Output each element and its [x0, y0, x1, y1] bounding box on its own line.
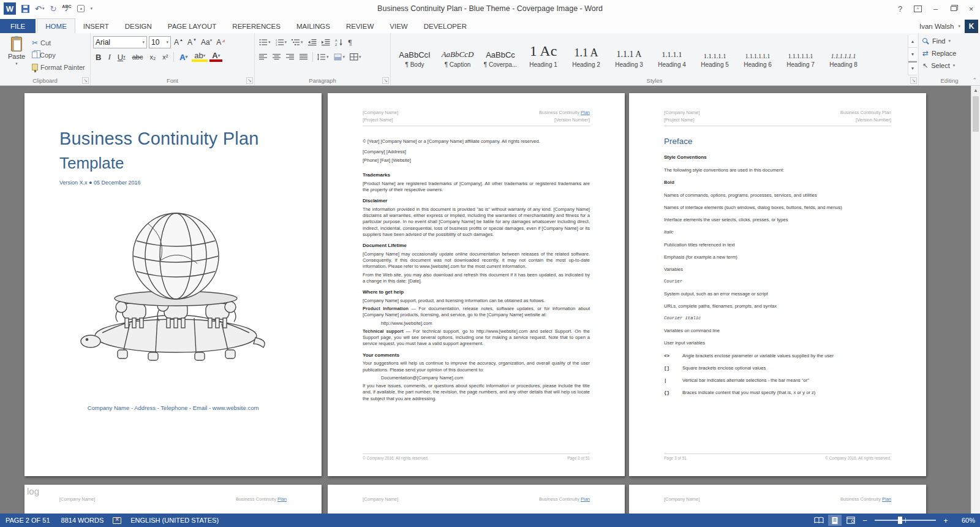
help-button[interactable]: ? [891, 0, 909, 17]
language-indicator[interactable]: ENGLISH (UNITED STATES) [125, 517, 224, 524]
paragraph-dialog-launcher[interactable]: ↘ [382, 77, 389, 84]
web-layout-button[interactable] [844, 515, 858, 526]
style-item-coverpage[interactable]: AaBbCc¶ Coverpa... [479, 35, 522, 75]
increase-indent-button[interactable] [320, 38, 332, 47]
spelling-button[interactable]: ABC✓ [62, 5, 71, 12]
superscript-button[interactable]: x² [160, 53, 170, 61]
align-left-button[interactable] [257, 53, 270, 61]
align-center-button[interactable] [271, 53, 283, 61]
tab-file[interactable]: FILE [0, 19, 36, 33]
collapse-ribbon-button[interactable]: ⌃ [972, 77, 977, 83]
page-4-partial[interactable]: log [Company Name] Business Continuity P… [24, 485, 322, 514]
zoom-slider-thumb[interactable] [898, 517, 902, 524]
numbering-button[interactable]: 123▾ [274, 38, 289, 47]
find-button[interactable]: Find▾ [921, 35, 978, 47]
font-name-combo[interactable]: Arial▾ [93, 36, 147, 48]
minimize-button[interactable]: – [927, 0, 944, 17]
italic-button[interactable]: I [105, 52, 113, 62]
font-color-button[interactable]: A▾ [209, 52, 222, 62]
style-item-heading-3[interactable]: 1.1.1 AHeading 3 [608, 35, 650, 75]
tab-references[interactable]: REFERENCES [224, 19, 288, 33]
style-item-body[interactable]: AaBbCcI¶ Body [393, 35, 436, 75]
read-mode-button[interactable] [812, 515, 826, 526]
tab-home[interactable]: HOME [37, 18, 75, 33]
bullets-button[interactable]: ▾ [257, 38, 273, 47]
justify-button[interactable] [298, 53, 310, 61]
user-name[interactable]: Ivan Walsh [919, 23, 954, 30]
multilevel-list-button[interactable]: ▾ [290, 38, 305, 47]
word-count[interactable]: 8814 WORDS [56, 517, 110, 524]
style-item-caption[interactable]: AaBbCcD¶ Caption [436, 35, 479, 75]
subscript-button[interactable]: x₂ [147, 53, 158, 61]
chevron-down-icon[interactable]: ▾ [15, 61, 18, 66]
style-item-heading-4[interactable]: 1.1.1.1Heading 4 [650, 35, 693, 75]
styles-scroll-down-button[interactable]: ▼ [908, 48, 917, 61]
close-button[interactable]: × [962, 0, 980, 17]
tab-mailings[interactable]: MAILINGS [288, 19, 338, 33]
word-logo-icon[interactable]: W [4, 2, 16, 15]
style-item-heading-7[interactable]: 1.1.1.1.1.1Heading 7 [779, 35, 822, 75]
decrease-indent-button[interactable] [306, 38, 318, 47]
grow-font-button[interactable]: A▲ [173, 38, 184, 47]
undo-button[interactable]: ↶▾ [35, 4, 44, 13]
style-item-heading-1[interactable]: 1 AcHeading 1 [522, 35, 565, 75]
shrink-font-button[interactable]: A▼ [186, 38, 198, 47]
page-5-partial[interactable]: [Company Name] Business Continuity Plan [328, 485, 625, 514]
font-dialog-launcher[interactable]: ↘ [246, 77, 253, 84]
style-item-heading-2[interactable]: 1.1 AHeading 2 [565, 35, 608, 75]
align-right-button[interactable] [284, 53, 296, 61]
vertical-scrollbar[interactable]: ▲ [971, 86, 980, 514]
sort-button[interactable]: AZ [333, 38, 345, 47]
borders-button[interactable]: ▾ [348, 53, 363, 61]
font-size-combo[interactable]: 10▾ [149, 36, 171, 48]
text-effects-button[interactable]: A▾ [177, 53, 190, 62]
styles-dialog-launcher[interactable]: ↘ [910, 77, 917, 84]
save-button[interactable] [21, 5, 29, 13]
change-case-button[interactable]: Aa▾ [200, 38, 213, 47]
strikethrough-button[interactable]: abc [130, 53, 146, 61]
tab-page-layout[interactable]: PAGE LAYOUT [160, 19, 224, 33]
tab-insert[interactable]: INSERT [75, 19, 117, 33]
undo-dropdown-icon[interactable]: ▾ [42, 6, 45, 11]
scroll-up-arrow[interactable]: ▲ [971, 86, 980, 95]
styles-gallery-more-button[interactable]: ▼ [908, 61, 917, 75]
select-button[interactable]: ↖Select▾ [921, 59, 978, 72]
cut-button[interactable]: ✂Cut [31, 37, 86, 48]
shading-button[interactable]: ▾ [332, 53, 347, 61]
format-painter-button[interactable]: Format Painter [31, 62, 86, 72]
scrollbar-thumb[interactable] [973, 96, 979, 132]
tab-review[interactable]: REVIEW [338, 19, 382, 33]
tab-design[interactable]: DESIGN [117, 19, 160, 33]
replace-button[interactable]: ⇄Replace [921, 47, 978, 59]
touch-mode-button[interactable] [77, 5, 85, 12]
styles-scroll-up-button[interactable]: ▲ [908, 35, 917, 48]
tab-developer[interactable]: DEVELOPER [416, 19, 475, 33]
print-layout-button[interactable] [828, 515, 842, 526]
header-doc-title-link[interactable]: Plan [581, 110, 590, 115]
line-spacing-button[interactable]: ▾ [315, 53, 331, 61]
style-item-heading-6[interactable]: 1.1.1.1.1.1Heading 6 [736, 35, 779, 75]
zoom-out-button[interactable]: − [860, 516, 870, 525]
page-1-cover[interactable]: Business Continuity Plan Template Versio… [24, 93, 322, 476]
page-2[interactable]: [Company Name] [Project Name] Business C… [328, 93, 625, 476]
copy-button[interactable]: Copy [31, 50, 86, 60]
clipboard-dialog-launcher[interactable]: ↘ [82, 77, 89, 84]
restore-button[interactable] [944, 0, 962, 17]
zoom-in-button[interactable]: + [941, 516, 951, 525]
page-indicator[interactable]: PAGE 2 OF 51 [0, 517, 56, 524]
highlight-color-button[interactable]: ab▾ [192, 52, 208, 62]
paste-button[interactable]: Paste ▾ [2, 35, 31, 75]
proofing-errors-icon[interactable] [113, 517, 121, 524]
zoom-level[interactable]: 60% [953, 517, 975, 524]
zoom-slider[interactable] [875, 520, 936, 521]
clear-formatting-button[interactable]: A◢ [215, 38, 226, 47]
ribbon-display-options-button[interactable]: ^ [909, 0, 927, 17]
page-3[interactable]: [Company Name] [Project Name] Business C… [629, 93, 926, 476]
user-avatar[interactable]: K [965, 20, 978, 33]
show-formatting-marks-button[interactable]: ¶ [347, 37, 354, 48]
bold-button[interactable]: B [93, 53, 104, 62]
tab-view[interactable]: VIEW [382, 19, 415, 33]
qat-customize-button[interactable]: ▾ [90, 6, 93, 11]
underline-button[interactable]: U▾ [115, 53, 128, 62]
page-6-partial[interactable]: [Company Name] Business Continuity Plan [629, 485, 926, 514]
